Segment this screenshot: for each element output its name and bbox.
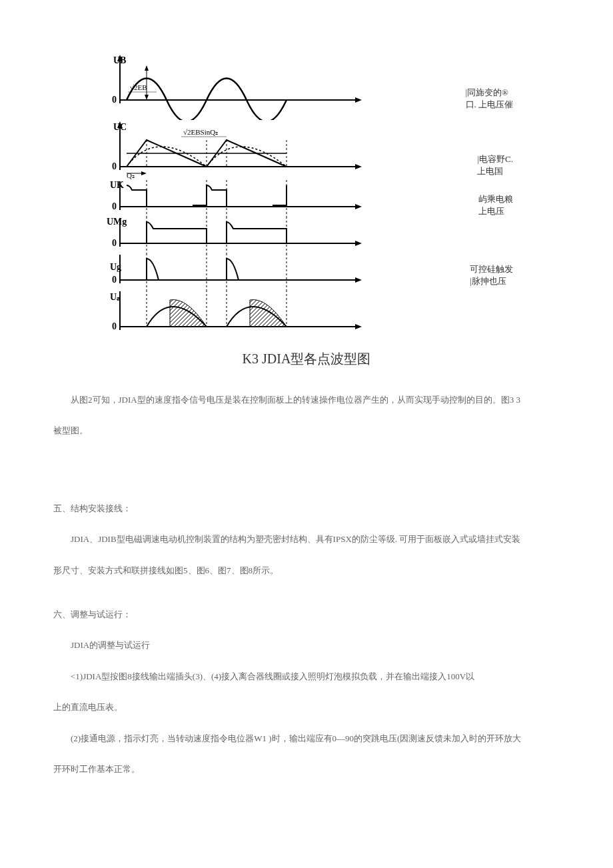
waveform-uk: UK 0 xyxy=(107,180,386,217)
formula-uc: √2EBSinQ₂ xyxy=(183,128,218,136)
label-r2b: 上电国 xyxy=(477,165,513,177)
formula-ub: √2EB xyxy=(130,83,147,91)
svg-marker-12 xyxy=(355,164,362,169)
svg-marker-24 xyxy=(355,204,362,209)
label-r1a: |同旆变的® xyxy=(466,87,514,99)
axis-label-um: UMg xyxy=(107,217,127,227)
label-r2a: |电容野C. xyxy=(477,153,513,165)
svg-marker-48 xyxy=(355,324,362,329)
label-r3a: 屿乘电粮 xyxy=(478,193,513,205)
svg-text:0: 0 xyxy=(112,275,117,285)
label-r3b: 上电压 xyxy=(478,205,513,217)
svg-text:0: 0 xyxy=(112,201,117,211)
para-3: JDIA的调整与试运行 xyxy=(53,633,560,657)
diagram-title: K3 JDIA型各点波型图 xyxy=(53,350,560,368)
svg-marker-3 xyxy=(355,97,362,103)
svg-marker-7 xyxy=(145,95,149,100)
svg-marker-17 xyxy=(141,171,147,175)
axis-label-uk: UK xyxy=(110,180,124,190)
para-1b: 被型图。 xyxy=(53,419,560,443)
waveform-um: UMg 0 xyxy=(107,217,386,253)
label-r4b: |脉抻也压 xyxy=(470,275,513,287)
para-2: JDIA、JDIB型电磁调速电动机控制装置的结构为塑壳密封结构、具有IPSX的防… xyxy=(53,527,560,551)
svg-text:0: 0 xyxy=(112,161,117,171)
axis-label-ua: Uₐ xyxy=(110,292,120,302)
svg-text:0: 0 xyxy=(112,95,117,105)
waveform-uc: UC 0 √2EBSinQ₂ Q₂ xyxy=(107,120,386,180)
para-5b: 开环时工作基本正常。 xyxy=(53,757,560,781)
label-r4a: 可控硅触发 xyxy=(470,263,513,275)
svg-marker-6 xyxy=(145,65,149,71)
label-r1b: 口. 上电压催 xyxy=(466,99,514,111)
heading-6: 六、调整与试运行： xyxy=(53,603,560,627)
para-1: 从图2可知，JDIA型的速度指令信号电压是装在控制面板上的转速操作电位器产生的，… xyxy=(53,388,560,412)
svg-text:0: 0 xyxy=(112,321,117,331)
svg-marker-40 xyxy=(355,277,362,283)
para-2b: 形尺寸、安装方式和联拼接线如图5、图6、图7、图8所示。 xyxy=(53,559,560,583)
heading-5: 五、结构安装接线： xyxy=(53,497,560,521)
waveform-ug: Ug 0 xyxy=(107,253,386,290)
waveform-ua: Uₐ 0 xyxy=(107,290,386,337)
para-4b: 上的直流电压表。 xyxy=(53,695,560,719)
svg-marker-32 xyxy=(355,241,362,246)
para-4: <1)JDIA型按图8接线输出端插头(3)、(4)接入离合器线圈或接入照明灯泡模… xyxy=(53,665,560,689)
q-label: Q₂ xyxy=(127,171,135,179)
waveform-diagram: UB 0 √2EB |同旆变的® 口. 上电压催 UC 0 xyxy=(107,53,506,337)
svg-text:0: 0 xyxy=(112,238,117,248)
para-5: (2)接通电源，指示灯亮，当转动速度指令电位器W1 )时，输出端应有0—90的突… xyxy=(53,727,560,751)
waveform-ub: UB 0 √2EB xyxy=(107,53,386,120)
